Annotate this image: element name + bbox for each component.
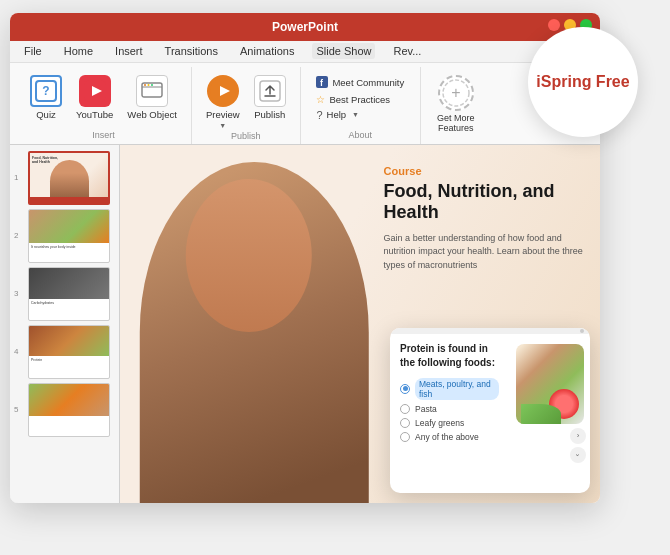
slide-img-1: Food, Nutrition,and Health (28, 151, 110, 205)
slide-num-1: 1 (14, 173, 24, 182)
tablet-content: Protein is found in the following foods:… (390, 334, 590, 454)
person-area (120, 145, 389, 503)
getmore-icon: + (438, 75, 474, 111)
slide-text-area: Course Food, Nutrition, and Health Gain … (384, 165, 590, 273)
youtube-icon (79, 75, 111, 107)
nav-down-arrow: › (570, 447, 586, 463)
slide-description: Gain a better understanding of how food … (384, 232, 590, 273)
menu-home[interactable]: Home (60, 43, 97, 59)
slide-img-4: Protein (28, 325, 110, 379)
close-button[interactable] (548, 19, 560, 31)
main-area: 1 Food, Nutrition,and Health 2 (10, 145, 600, 503)
slide-img-2: It nourishes your body inside (28, 209, 110, 263)
slide-num-3: 3 (14, 289, 24, 298)
ribbon-publish-items: Preview ▼ Publish (202, 69, 290, 131)
quiz-option-1: Meats, poultry, and fish (400, 378, 499, 400)
getmore-items: + Get MoreFeatures (431, 69, 481, 142)
facebook-icon: f (316, 76, 328, 90)
web-object-label: Web Object (127, 109, 176, 120)
radio-inner-2 (403, 406, 408, 411)
youtube-label: YouTube (76, 109, 113, 120)
publish-icon (254, 75, 286, 107)
radio-inner-3 (403, 420, 408, 425)
tablet-dot (580, 329, 584, 333)
radio-4 (400, 432, 410, 442)
preview-label: Preview (206, 109, 240, 120)
star-icon: ☆ (316, 94, 325, 105)
option-4-text: Any of the above (415, 432, 479, 442)
menu-bar: File Home Insert Transitions Animations … (10, 41, 600, 63)
ribbon-publish-button[interactable]: Publish (250, 73, 290, 122)
insert-group-label: Insert (92, 130, 115, 142)
slide-thumb-5[interactable]: 5 (14, 383, 115, 437)
help-label: Help (327, 109, 347, 120)
menu-insert[interactable]: Insert (111, 43, 147, 59)
scene: iSpring Free PowerPoint File Home Insert… (10, 13, 660, 543)
publish-label: Publish (254, 109, 285, 120)
ribbon-preview-button[interactable]: Preview ▼ (202, 73, 244, 131)
slide-thumb-4[interactable]: 4 Protein (14, 325, 115, 379)
ribbon-publish-group: Preview ▼ Publish (192, 67, 301, 144)
menu-animations[interactable]: Animations (236, 43, 298, 59)
slide-panel[interactable]: 1 Food, Nutrition,and Health 2 (10, 145, 120, 503)
ispring-bubble: iSpring Free (528, 27, 638, 137)
preview-arrow: ▼ (219, 122, 226, 129)
nav-up-arrow: › (570, 428, 586, 444)
slide-num-2: 2 (14, 231, 24, 240)
menu-slideshow[interactable]: Slide Show (312, 43, 375, 59)
tablet-overlay: Protein is found in the following foods:… (390, 328, 590, 493)
ribbon-web-object-button[interactable]: Web Object (123, 73, 180, 122)
radio-1 (400, 384, 410, 394)
radio-3 (400, 418, 410, 428)
ribbon-insert-items: ? Quiz YouTube (26, 69, 181, 130)
quiz-question: Protein is found in the following foods: (400, 342, 499, 370)
ispring-bubble-text: iSpring Free (536, 72, 629, 91)
slide-thumb-1[interactable]: 1 Food, Nutrition,and Health (14, 151, 115, 205)
meet-community-button[interactable]: f Meet Community (313, 75, 407, 91)
title-bar: PowerPoint (10, 13, 600, 41)
ribbon-getmore-group: + Get MoreFeatures (421, 67, 491, 144)
web-object-icon (136, 75, 168, 107)
svg-point-7 (148, 84, 150, 86)
getmore-label: Get MoreFeatures (437, 113, 475, 135)
svg-text:?: ? (42, 84, 49, 98)
slide-thumb-2[interactable]: 2 It nourishes your body inside (14, 209, 115, 263)
food-image (516, 344, 584, 424)
menu-file[interactable]: File (20, 43, 46, 59)
preview-icon (207, 75, 239, 107)
slide-content: Course Food, Nutrition, and Health Gain … (120, 145, 600, 503)
slide-img-5 (28, 383, 110, 437)
getmore-button[interactable]: + Get MoreFeatures (431, 73, 481, 137)
slide-thumb-3[interactable]: 3 Carbohydrates (14, 267, 115, 321)
slide-title: Food, Nutrition, and Health (384, 181, 590, 224)
publish-group-label: Publish (231, 131, 261, 143)
svg-text:+: + (451, 84, 460, 101)
radio-2 (400, 404, 410, 414)
slide-num-4: 4 (14, 347, 24, 356)
ribbon-youtube-button[interactable]: YouTube (72, 73, 117, 122)
best-practices-label: Best Practices (329, 94, 390, 105)
about-section: f Meet Community ☆ Best Practices ? Help… (313, 71, 407, 122)
powerpoint-window: PowerPoint File Home Insert Transitions … (10, 13, 600, 503)
svg-point-6 (144, 84, 146, 86)
svg-point-8 (151, 84, 153, 86)
radio-inner-1 (403, 386, 408, 391)
help-button[interactable]: ? Help ▼ (313, 108, 407, 122)
slide-img-3: Carbohydrates (28, 267, 110, 321)
menu-review[interactable]: Rev... (389, 43, 425, 59)
about-group-label: About (349, 130, 373, 142)
help-dropdown-arrow: ▼ (352, 111, 359, 118)
ribbon: ? Quiz YouTube (10, 63, 600, 145)
best-practices-button[interactable]: ☆ Best Practices (313, 93, 407, 106)
menu-transitions[interactable]: Transitions (161, 43, 222, 59)
slide-num-5: 5 (14, 405, 24, 414)
quiz-option-2: Pasta (400, 404, 499, 414)
ribbon-about-group: f Meet Community ☆ Best Practices ? Help… (301, 67, 421, 144)
meet-community-label: Meet Community (332, 77, 404, 88)
quiz-label: Quiz (36, 109, 56, 120)
option-1-text: Meats, poultry, and fish (415, 378, 499, 400)
ribbon-quiz-button[interactable]: ? Quiz (26, 73, 66, 122)
radio-inner-4 (403, 434, 408, 439)
option-2-text: Pasta (415, 404, 437, 414)
app-title: PowerPoint (272, 20, 338, 34)
